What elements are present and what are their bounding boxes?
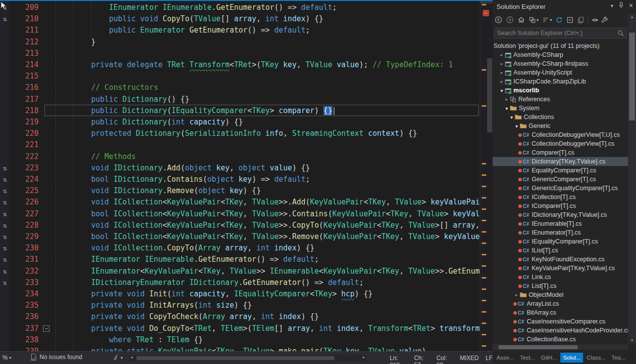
tree-item[interactable]: C#Dictionary[TKey,TValue].cs xyxy=(493,157,628,166)
tree-item[interactable]: C#CollectionBase.cs xyxy=(493,335,628,344)
encoding-indicator[interactable]: MIXED xyxy=(460,355,479,364)
tree-item[interactable]: C#CaseInsensitiveHashCodeProvider.cs xyxy=(493,326,628,335)
expand-arrow-icon[interactable]: ▸ xyxy=(503,97,510,102)
tree-item[interactable]: ▸References xyxy=(493,95,628,104)
code-line[interactable]: 213 xyxy=(0,48,480,59)
horizontal-scrollbar-thumb[interactable] xyxy=(136,356,334,360)
tree-item[interactable]: C#GenericEqualityComparer[T].cs xyxy=(493,184,628,193)
code-line[interactable]: 238 where TRet : TElem {} xyxy=(0,334,480,346)
vertical-scrollbar-thumb[interactable] xyxy=(487,58,492,132)
inheritance-margin-icon[interactable]: ⇅ xyxy=(1,162,9,174)
line-indicator[interactable]: Ln: 218 xyxy=(390,355,407,364)
expand-arrow-icon[interactable]: ▾ xyxy=(499,88,505,93)
switch-views-button[interactable]: ▾ xyxy=(529,16,539,24)
tree-item[interactable]: C#CollectionDebuggerView[T,U].cs xyxy=(493,130,628,139)
code-line[interactable]: 235 private void InitArrays(int size) {} xyxy=(0,300,480,311)
expand-arrow-icon[interactable]: ▸ xyxy=(499,70,505,75)
code-line[interactable]: 214 private delegate TRet Transform<TRet… xyxy=(0,59,480,71)
code-line[interactable]: ⇅230 void ICollection.CopyTo(Array array… xyxy=(0,243,480,254)
pending-changes-filter-button[interactable]: ▾ xyxy=(542,16,552,24)
tree-item[interactable]: C#ICollection[T].cs xyxy=(493,193,628,202)
properties-button[interactable] xyxy=(601,16,608,24)
tree-item[interactable]: C#IComparer[T].cs xyxy=(493,202,628,210)
tree-item[interactable]: C#BitArray.cs xyxy=(493,308,628,317)
tree-item[interactable]: C#KeyValuePair[TKey,TValue].cs xyxy=(493,264,628,273)
fold-collapse-box[interactable]: − xyxy=(43,325,49,332)
code-line[interactable]: 219 public Dictionary(int capacity) {} xyxy=(0,117,480,128)
tree-item[interactable]: ▾mscorlib xyxy=(493,86,628,95)
tree-item[interactable]: C#IDictionary[TKey,TValue].cs xyxy=(493,210,628,219)
inheritance-margin-icon[interactable]: ⇅ xyxy=(1,266,9,277)
expand-arrow-icon[interactable]: ▸ xyxy=(499,52,505,57)
code-line[interactable]: ⇅223 void IDictionary.Add(object key, ob… xyxy=(0,162,480,174)
zoom-control[interactable]: % ▾ xyxy=(2,354,11,361)
inheritance-margin-icon[interactable]: ⇅ xyxy=(1,243,9,254)
tree-vertical-scrollbar[interactable]: ▲ ▼ xyxy=(628,14,636,344)
inheritance-margin-icon[interactable]: ⇅ xyxy=(1,13,9,25)
tree-item[interactable]: ▸Assembly-CSharp xyxy=(493,50,628,59)
tree-item[interactable]: C#List[T].cs xyxy=(493,282,628,290)
expand-arrow-icon[interactable]: ▾ xyxy=(508,115,515,120)
panel-tab[interactable]: Tea... xyxy=(609,353,628,363)
code-line[interactable]: 212 } xyxy=(0,37,480,48)
code-line[interactable]: 211 public Enumerator GetEnumerator() =>… xyxy=(0,25,480,36)
tree-item[interactable]: ▾Generic xyxy=(493,121,628,130)
vertical-scrollbar[interactable]: – xyxy=(480,0,493,351)
code-line[interactable]: ⇅228 void ICollection<KeyValuePair<TKey,… xyxy=(0,220,480,231)
tree-item[interactable]: ▾System xyxy=(493,104,628,113)
panel-tab[interactable]: Solut... xyxy=(560,353,583,363)
panel-tab[interactable]: GitH... xyxy=(539,353,560,363)
panel-tab[interactable]: Class... xyxy=(584,353,608,363)
code-line[interactable]: 236 private void CopyToCheck(Array array… xyxy=(0,311,480,323)
eol-indicator[interactable]: LF xyxy=(486,355,493,364)
tree-hscrollbar-thumb[interactable] xyxy=(499,345,578,349)
document-health-indicator[interactable]: No issues found xyxy=(31,354,82,361)
code-line[interactable]: ⇅209 IEnumerator IEnumerable.GetEnumerat… xyxy=(0,2,480,13)
tree-item[interactable]: C#CollectionDebuggerView[T].cs xyxy=(493,139,628,148)
forward-button[interactable] xyxy=(506,16,514,24)
tree-item[interactable]: C#GenericComparer[T].cs xyxy=(493,175,628,184)
refresh-button[interactable] xyxy=(555,16,563,24)
code-line[interactable]: 237− private void Do_CopyTo<TRet, TElem>… xyxy=(0,323,480,334)
tree-item[interactable]: Solution 'project-gui' (11 of 11 project… xyxy=(493,41,628,50)
code-line[interactable]: ⇅224 bool IDictionary.Contains(object ke… xyxy=(0,174,480,185)
code-line[interactable]: 215 xyxy=(0,71,480,82)
inheritance-margin-icon[interactable]: ⇅ xyxy=(1,197,9,208)
tree-item[interactable]: C#IEqualityComparer[T].cs xyxy=(493,237,628,246)
char-indicator[interactable]: Ch: 57 xyxy=(414,355,429,364)
tree-item[interactable]: ▸ObjectModel xyxy=(493,290,628,299)
expand-arrow-icon[interactable]: ▾ xyxy=(513,123,520,129)
search-input[interactable] xyxy=(495,28,609,38)
tree-item[interactable]: ▾Collections xyxy=(493,113,628,121)
tree-item[interactable]: C#CaseInsensitiveComparer.cs xyxy=(493,317,628,326)
panel-tab[interactable]: Asse... xyxy=(494,353,516,363)
tree-item[interactable]: C#Comparer[T].cs xyxy=(493,148,628,157)
tree-scrollbar-thumb[interactable] xyxy=(629,33,635,121)
scroll-down-icon[interactable]: ▼ xyxy=(628,338,636,343)
expand-arrow-icon[interactable]: ▸ xyxy=(513,292,520,297)
close-icon[interactable]: × xyxy=(629,2,633,8)
expand-arrow-icon[interactable]: ▸ xyxy=(499,61,505,66)
tree-item[interactable]: C#IEnumerable[T].cs xyxy=(493,219,628,228)
code-line[interactable]: 234 private void Init(int capacity, IEqu… xyxy=(0,288,480,300)
home-button[interactable] xyxy=(517,16,525,24)
pin-icon[interactable] xyxy=(618,2,624,9)
inheritance-margin-icon[interactable]: ⇅ xyxy=(1,277,9,288)
expand-arrow-icon[interactable]: ▾ xyxy=(503,106,510,111)
splitter-grip[interactable] xyxy=(480,1,493,3)
tree-item[interactable]: C#IList[T].cs xyxy=(493,246,628,255)
panel-tab[interactable]: Test... xyxy=(517,353,538,363)
code-line[interactable]: 221 xyxy=(0,139,480,151)
code-line[interactable]: ⇅226 void ICollection<KeyValuePair<TKey,… xyxy=(0,197,480,208)
tree-item[interactable]: ▸Assembly-CSharp-firstpass xyxy=(493,59,628,68)
inheritance-margin-icon[interactable]: ⇅ xyxy=(1,174,9,185)
tree-item[interactable]: C#EqualityComparer[T].cs xyxy=(493,166,628,175)
code-line[interactable]: ⇅232 IEnumerator<KeyValuePair<TKey, TVal… xyxy=(0,266,480,277)
tree-item[interactable]: C#IEnumerator[T].cs xyxy=(493,228,628,237)
inheritance-margin-icon[interactable]: ⇅ xyxy=(1,185,9,197)
code-line[interactable]: 216 // Constructors xyxy=(0,82,480,93)
back-button[interactable] xyxy=(495,16,502,24)
window-position-icon[interactable]: ▾ xyxy=(611,3,613,8)
code-line[interactable]: 222 // Methods xyxy=(0,151,480,162)
code-line[interactable]: 218 public Dictionary(IEqualityComparer<… xyxy=(0,105,480,117)
